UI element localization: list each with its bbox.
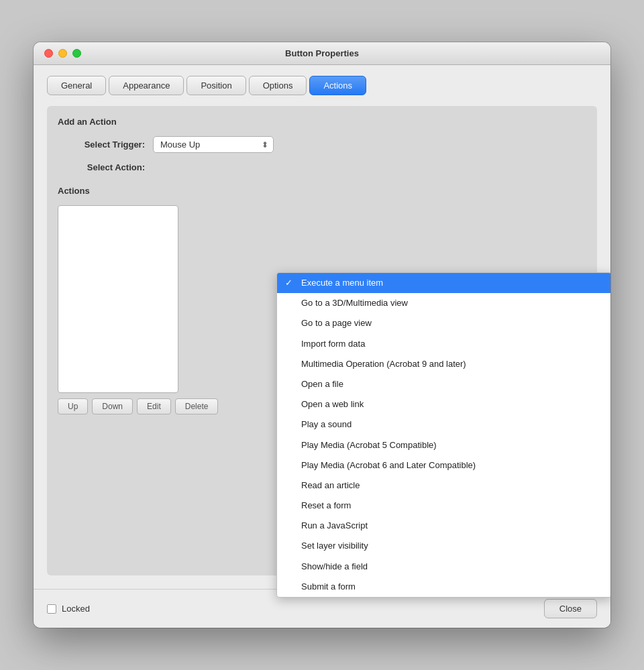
- minimize-window-button[interactable]: [58, 49, 67, 58]
- action-dropdown[interactable]: Execute a menu itemGo to a 3D/Multimedia…: [276, 272, 610, 598]
- tab-actions[interactable]: Actions: [309, 76, 366, 95]
- dropdown-item-open-web-link[interactable]: Open a web link: [277, 394, 610, 414]
- trigger-select[interactable]: Mouse Up: [153, 136, 274, 153]
- add-action-title: Add an Action: [58, 117, 586, 127]
- actions-list[interactable]: [58, 205, 178, 393]
- up-button[interactable]: Up: [58, 398, 88, 414]
- locked-row: Locked: [47, 604, 90, 614]
- title-bar: Button Properties: [34, 42, 610, 65]
- tab-options[interactable]: Options: [249, 76, 307, 95]
- dropdown-item-open-file[interactable]: Open a file: [277, 374, 610, 394]
- dropdown-item-set-layer-visibility[interactable]: Set layer visibility: [277, 536, 610, 556]
- close-button[interactable]: Close: [544, 599, 597, 618]
- close-window-button[interactable]: [44, 49, 53, 58]
- window-title: Button Properties: [285, 48, 359, 58]
- window: Button Properties General Appearance Pos…: [34, 42, 610, 628]
- dropdown-item-play-media-5[interactable]: Play Media (Acrobat 5 Compatible): [277, 435, 610, 455]
- edit-button[interactable]: Edit: [137, 398, 171, 414]
- action-label: Select Action:: [58, 162, 145, 172]
- dropdown-item-import-form-data[interactable]: Import form data: [277, 334, 610, 354]
- dropdown-item-submit-form[interactable]: Submit a form: [277, 577, 610, 597]
- actions-section-title: Actions: [58, 186, 586, 196]
- trigger-label: Select Trigger:: [58, 139, 145, 150]
- tab-general[interactable]: General: [47, 76, 106, 95]
- down-button[interactable]: Down: [92, 398, 133, 414]
- traffic-lights: [44, 49, 81, 58]
- main-panel: Add an Action Select Trigger: Mouse Up ⬍…: [47, 106, 597, 575]
- trigger-row: Select Trigger: Mouse Up ⬍: [58, 136, 586, 153]
- locked-label: Locked: [62, 604, 90, 614]
- dropdown-item-read-article[interactable]: Read an article: [277, 476, 610, 496]
- action-row: Select Action:: [58, 162, 586, 172]
- content-area: General Appearance Position Options Acti…: [34, 65, 610, 589]
- locked-checkbox[interactable]: [47, 604, 56, 614]
- dropdown-item-go-to-page[interactable]: Go to a page view: [277, 313, 610, 333]
- tab-appearance[interactable]: Appearance: [109, 76, 184, 95]
- trigger-select-wrapper: Mouse Up ⬍: [153, 136, 274, 153]
- dropdown-item-play-sound[interactable]: Play a sound: [277, 414, 610, 435]
- dropdown-item-run-js[interactable]: Run a JavaScript: [277, 516, 610, 536]
- tab-bar: General Appearance Position Options Acti…: [47, 76, 597, 95]
- dropdown-item-execute-menu-item[interactable]: Execute a menu item: [277, 273, 610, 293]
- tab-position[interactable]: Position: [186, 76, 246, 95]
- dropdown-item-play-media-6[interactable]: Play Media (Acrobat 6 and Later Compatib…: [277, 455, 610, 476]
- maximize-window-button[interactable]: [72, 49, 81, 58]
- dropdown-item-go-to-3d[interactable]: Go to a 3D/Multimedia view: [277, 293, 610, 313]
- delete-button[interactable]: Delete: [175, 398, 219, 414]
- dropdown-item-multimedia-op[interactable]: Multimedia Operation (Acrobat 9 and late…: [277, 354, 610, 374]
- dropdown-item-reset-form[interactable]: Reset a form: [277, 496, 610, 516]
- dropdown-item-show-hide-field[interactable]: Show/hide a field: [277, 557, 610, 577]
